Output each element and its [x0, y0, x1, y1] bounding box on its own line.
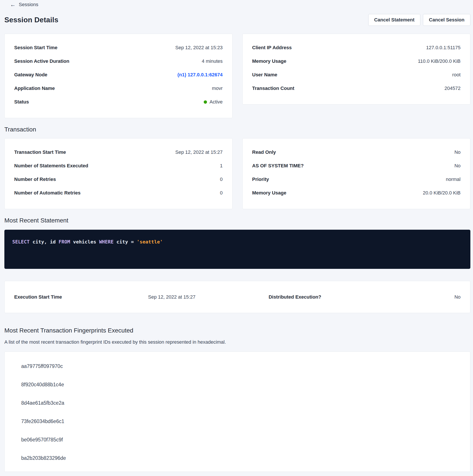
row-label: Number of Automatic Retries	[14, 190, 81, 196]
execution-start-time-value: Sep 12, 2022 at 15:27	[148, 294, 269, 300]
row-value: root	[452, 72, 460, 78]
row-label: Transaction Start Time	[14, 149, 66, 155]
txn-memory-usage-row: Memory Usage 20.0 KiB/20.0 KiB	[252, 186, 461, 200]
sql-text: city, id	[30, 239, 58, 245]
row-label: Session Start Time	[14, 45, 57, 51]
status-row: Status Active	[14, 95, 223, 109]
session-start-time-row: Session Start Time Sep 12, 2022 at 15:23	[14, 41, 223, 54]
page-title: Session Details	[4, 16, 58, 24]
execution-start-time-label: Execution Start Time	[14, 294, 148, 300]
row-value: No	[455, 163, 460, 169]
row-label: Memory Usage	[252, 190, 287, 196]
fingerprints-card: aa79775ff097970c 8f920c40d88b1c4e 8d4ae6…	[4, 352, 470, 472]
back-arrow-icon: ←	[10, 2, 16, 7]
row-value: 20.0 KiB/20.0 KiB	[423, 190, 460, 196]
fingerprint-id: 73fe26034bd6e6c1	[5, 412, 470, 430]
transaction-card-left: Transaction Start Time Sep 12, 2022 at 1…	[4, 138, 233, 209]
transaction-count-row: Transaction Count 204572	[252, 82, 461, 95]
sql-string-literal: 'seattle'	[137, 239, 163, 245]
fingerprint-id: be06e9570f785c9f	[5, 430, 470, 449]
cancel-session-button[interactable]: Cancel Session	[423, 14, 470, 26]
row-label: Read Only	[252, 149, 276, 155]
row-label: Number of Retries	[14, 177, 56, 182]
row-value: Sep 12, 2022 at 15:23	[175, 45, 223, 51]
action-buttons: Cancel Statement Cancel Session	[368, 14, 470, 26]
row-value: Sep 12, 2022 at 15:27	[175, 149, 223, 155]
fingerprint-id: 8f920c40d88b1c4e	[5, 375, 470, 394]
row-label: Application Name	[14, 85, 55, 91]
fingerprints-section-heading: Most Recent Transaction Fingerprints Exe…	[4, 327, 470, 334]
row-label: Priority	[252, 177, 269, 182]
row-label: Memory Usage	[252, 58, 287, 64]
transaction-section-heading: Transaction	[4, 126, 470, 133]
execution-card: Execution Start Time Sep 12, 2022 at 15:…	[4, 281, 470, 313]
row-value: 0	[220, 177, 223, 182]
row-label: Gateway Node	[14, 72, 48, 78]
fingerprint-id: aa79775ff097970c	[5, 357, 470, 375]
sql-keyword: SELECT	[12, 239, 30, 245]
sql-keyword: FROM	[59, 239, 70, 245]
fingerprint-id: 8d4ae61a5fb3ce2a	[5, 394, 470, 412]
row-label: AS OF SYSTEM TIME?	[252, 163, 304, 169]
session-summary-card-right: Client IP Address 127.0.0.1:51175 Memory…	[242, 34, 471, 104]
fingerprint-id: ba2b203b823296de	[5, 449, 470, 467]
sql-text: city =	[114, 239, 137, 245]
row-value: 4 minutes	[202, 58, 223, 64]
application-name-row: Application Name movr	[14, 82, 223, 95]
row-label: Transaction Count	[252, 85, 294, 91]
row-value: No	[455, 149, 460, 155]
distributed-execution-label: Distributed Execution?	[269, 294, 367, 300]
row-value: movr	[212, 85, 223, 91]
gateway-node-link[interactable]: (n1) 127.0.0.1:62674	[178, 72, 223, 78]
row-value: 127.0.0.1:51175	[426, 45, 460, 51]
session-active-duration-row: Session Active Duration 4 minutes	[14, 54, 223, 68]
session-summary-row: Session Start Time Sep 12, 2022 at 15:23…	[4, 34, 470, 118]
retries-row: Number of Retries 0	[14, 173, 223, 186]
breadcrumb-sessions-link[interactable]: Sessions	[19, 2, 38, 7]
status-value: Active	[204, 99, 223, 105]
memory-usage-row: Memory Usage 110.0 KiB/200.0 KiB	[252, 54, 461, 68]
title-row: Session Details Cancel Statement Cancel …	[4, 14, 470, 26]
transaction-cards-row: Transaction Start Time Sep 12, 2022 at 1…	[4, 138, 470, 209]
transaction-start-time-row: Transaction Start Time Sep 12, 2022 at 1…	[14, 145, 223, 159]
sql-text: vehicles	[70, 239, 99, 245]
sql-statement-box: SELECT city, id FROM vehicles WHERE city…	[4, 230, 470, 269]
row-value: 204572	[445, 85, 460, 91]
row-label: Number of Statements Executed	[14, 163, 88, 169]
as-of-system-time-row: AS OF SYSTEM TIME? No	[252, 159, 461, 173]
row-label: Session Active Duration	[14, 58, 69, 64]
sql-keyword: WHERE	[99, 239, 114, 245]
status-badge: Active	[210, 99, 223, 105]
breadcrumb[interactable]: ← Sessions	[4, 2, 38, 7]
session-summary-card-left: Session Start Time Sep 12, 2022 at 15:23…	[4, 34, 233, 118]
session-details-page: ← Sessions Session Details Cancel Statem…	[0, 0, 473, 476]
gateway-node-row: Gateway Node (n1) 127.0.0.1:62674	[14, 68, 223, 82]
transaction-card-right: Read Only No AS OF SYSTEM TIME? No Prior…	[242, 138, 471, 209]
row-value: 1	[220, 163, 223, 169]
status-active-dot-icon	[204, 101, 207, 104]
distributed-execution-value: No	[367, 294, 460, 300]
read-only-row: Read Only No	[252, 145, 461, 159]
row-value: normal	[446, 177, 460, 182]
row-value: 0	[220, 190, 223, 196]
client-ip-row: Client IP Address 127.0.0.1:51175	[252, 41, 461, 54]
row-label: User Name	[252, 72, 277, 78]
row-label: Client IP Address	[252, 45, 292, 51]
fingerprints-description: A list of the most recent transaction fi…	[4, 339, 470, 345]
automatic-retries-row: Number of Automatic Retries 0	[14, 186, 223, 200]
row-label: Status	[14, 99, 29, 105]
priority-row: Priority normal	[252, 173, 461, 186]
user-name-row: User Name root	[252, 68, 461, 82]
statements-executed-row: Number of Statements Executed 1	[14, 159, 223, 173]
cancel-statement-button[interactable]: Cancel Statement	[368, 14, 421, 26]
row-value: 110.0 KiB/200.0 KiB	[418, 58, 460, 64]
statement-section-heading: Most Recent Statement	[4, 217, 470, 224]
